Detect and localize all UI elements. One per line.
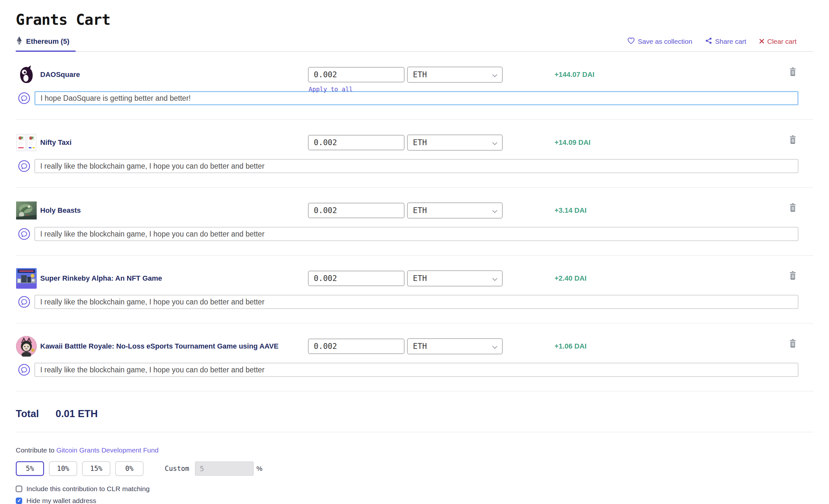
comment-row bbox=[16, 227, 813, 241]
comment-row bbox=[16, 91, 813, 105]
currency-select[interactable]: ETH bbox=[407, 203, 503, 219]
match-estimate: +2.40 DAI bbox=[554, 274, 587, 283]
currency-select-wrap: ETH bbox=[407, 203, 503, 219]
grant-row: Super Rinkeby Alpha: An NFT Game ETH +2.… bbox=[16, 256, 813, 323]
clear-cart-label: Clear cart bbox=[767, 38, 796, 45]
amount-field-wrap bbox=[308, 203, 404, 218]
grant-name[interactable]: Super Rinkeby Alpha: An NFT Game bbox=[37, 274, 308, 283]
share-cart-label: Share cart bbox=[715, 38, 746, 45]
grants-cart-page: Grants Cart Ethereum (5) Save a bbox=[0, 0, 829, 504]
save-as-collection-label: Save as collection bbox=[638, 38, 692, 45]
hide-wallet-label: Hide my wallet address bbox=[26, 497, 96, 504]
amount-field-wrap bbox=[308, 338, 404, 354]
grant-row-top: DAOSquare Apply to all ETH +144.07 DAI bbox=[16, 65, 813, 85]
comment-input[interactable] bbox=[34, 363, 798, 377]
trash-icon[interactable] bbox=[789, 339, 797, 348]
comment-row bbox=[16, 363, 813, 377]
grant-name[interactable]: Kawaii Batttle Royale: No-Loss eSports T… bbox=[37, 342, 308, 351]
currency-select-wrap: ETH bbox=[407, 338, 503, 354]
percent-sign: % bbox=[256, 465, 263, 472]
percent-button-10[interactable]: 10% bbox=[49, 461, 77, 476]
amount-field-wrap bbox=[308, 135, 404, 150]
comment-bubble-icon[interactable] bbox=[18, 364, 30, 376]
amount-field-wrap bbox=[308, 271, 404, 286]
comment-bubble-icon[interactable] bbox=[18, 92, 30, 104]
share-cart-button[interactable]: Share cart bbox=[705, 37, 746, 46]
comment-input[interactable] bbox=[34, 159, 798, 173]
amount-input[interactable] bbox=[308, 271, 404, 286]
amount-field-wrap: Apply to all bbox=[308, 67, 404, 82]
grant-row-top: Nifty Taxi ETH +14.09 DAI bbox=[16, 133, 813, 152]
currency-select[interactable]: ETH bbox=[407, 338, 503, 354]
grant-logo-kawaii bbox=[16, 336, 37, 356]
ethereum-icon bbox=[16, 36, 22, 46]
apply-to-all-link[interactable]: Apply to all bbox=[309, 85, 353, 93]
tab-ethereum-label: Ethereum (5) bbox=[26, 37, 69, 46]
percent-button-15[interactable]: 15% bbox=[82, 461, 110, 476]
heart-icon bbox=[627, 37, 635, 46]
comment-input[interactable] bbox=[34, 227, 798, 241]
comment-bubble-icon[interactable] bbox=[18, 228, 30, 240]
hide-wallet-checkbox[interactable] bbox=[16, 498, 22, 504]
grant-logo-nifty-taxi bbox=[16, 133, 37, 152]
grant-row: DAOSquare Apply to all ETH +144.07 DAI bbox=[16, 52, 813, 120]
clr-matching-checkbox[interactable] bbox=[16, 485, 22, 492]
currency-select[interactable]: ETH bbox=[407, 67, 503, 83]
footer-checkboxes: Include this contribution to CLR matchin… bbox=[16, 485, 813, 504]
grant-logo-super-rinkeby bbox=[16, 268, 37, 288]
grant-row: Nifty Taxi ETH +14.09 DAI bbox=[16, 120, 813, 188]
currency-select-wrap: ETH bbox=[407, 271, 503, 286]
percent-row: 5% 10% 15% 0% Custom % bbox=[16, 461, 813, 476]
clr-matching-label: Include this contribution to CLR matchin… bbox=[26, 485, 150, 493]
gitcoin-grants-fund-link[interactable]: Gitcoin Grants Development Fund bbox=[56, 446, 158, 454]
contribute-prefix: Contribute to bbox=[16, 446, 56, 454]
hide-wallet-row: Hide my wallet address bbox=[16, 497, 813, 504]
percent-button-0[interactable]: 0% bbox=[115, 461, 144, 476]
currency-select-wrap: ETH bbox=[407, 135, 503, 151]
grant-name[interactable]: DAOSquare bbox=[37, 70, 308, 79]
amount-input[interactable] bbox=[308, 67, 404, 82]
comment-row bbox=[16, 159, 813, 173]
grant-row: Kawaii Batttle Royale: No-Loss eSports T… bbox=[16, 323, 813, 391]
match-estimate: +1.06 DAI bbox=[554, 342, 587, 351]
page-title: Grants Cart bbox=[16, 11, 813, 29]
comment-bubble-icon[interactable] bbox=[18, 296, 30, 308]
match-estimate: +144.07 DAI bbox=[554, 70, 594, 79]
amount-input[interactable] bbox=[308, 203, 404, 218]
clr-matching-row: Include this contribution to CLR matchin… bbox=[16, 485, 813, 493]
cart-actions: Save as collection Share cart bbox=[627, 37, 796, 51]
share-icon bbox=[705, 37, 712, 46]
currency-select[interactable]: ETH bbox=[407, 271, 503, 286]
footer-divider bbox=[16, 432, 813, 432]
save-as-collection-button[interactable]: Save as collection bbox=[627, 37, 692, 46]
trash-icon[interactable] bbox=[789, 271, 797, 280]
trash-icon[interactable] bbox=[789, 135, 797, 144]
match-estimate: +3.14 DAI bbox=[554, 206, 587, 215]
grant-name[interactable]: Holy Beasts bbox=[37, 206, 308, 215]
grant-row-top: Kawaii Batttle Royale: No-Loss eSports T… bbox=[16, 336, 813, 356]
comment-bubble-icon[interactable] bbox=[18, 160, 30, 172]
amount-input[interactable] bbox=[308, 338, 404, 354]
currency-select-wrap: ETH bbox=[407, 67, 503, 83]
grant-name[interactable]: Nifty Taxi bbox=[37, 138, 308, 147]
currency-select[interactable]: ETH bbox=[407, 135, 503, 151]
clear-cart-button[interactable]: Clear cart bbox=[759, 38, 796, 45]
percent-button-5[interactable]: 5% bbox=[16, 461, 44, 476]
grant-logo-daosquare bbox=[16, 65, 37, 85]
amount-input[interactable] bbox=[308, 135, 404, 150]
comment-input[interactable] bbox=[34, 295, 798, 309]
total-value: 0.01 ETH bbox=[56, 408, 98, 420]
match-estimate: +14.09 DAI bbox=[554, 138, 590, 147]
grant-row: Holy Beasts ETH +3.14 DAI bbox=[16, 188, 813, 256]
total-row: Total 0.01 ETH bbox=[16, 408, 813, 420]
comment-row bbox=[16, 295, 813, 309]
trash-icon[interactable] bbox=[789, 67, 797, 76]
custom-percent-input[interactable] bbox=[195, 462, 254, 476]
comment-input[interactable] bbox=[34, 91, 798, 105]
grant-row-top: Holy Beasts ETH +3.14 DAI bbox=[16, 201, 813, 220]
grant-logo-holy-beasts bbox=[16, 201, 37, 220]
tab-ethereum[interactable]: Ethereum (5) bbox=[16, 36, 76, 52]
trash-icon[interactable] bbox=[789, 203, 797, 212]
x-icon bbox=[759, 38, 764, 45]
custom-percent-label: Custom bbox=[165, 465, 189, 472]
